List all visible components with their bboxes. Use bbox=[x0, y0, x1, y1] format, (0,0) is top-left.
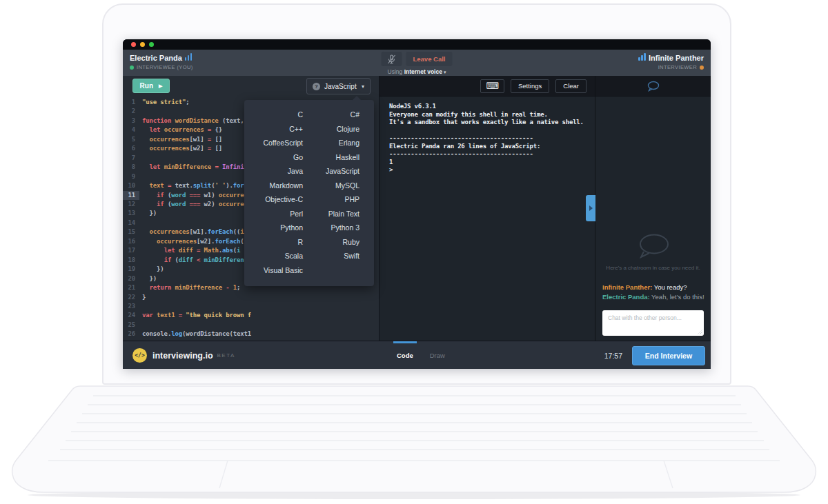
language-dropdown-row: JavaJavaScript bbox=[244, 164, 374, 179]
language-option[interactable]: C# bbox=[310, 108, 367, 122]
language-dropdown-row: PythonPython 3 bbox=[244, 221, 374, 235]
language-option[interactable]: Erlang bbox=[310, 136, 367, 150]
chat-message-text: Yeah, let's do this! bbox=[650, 293, 704, 301]
language-option[interactable]: Ruby bbox=[310, 235, 367, 250]
collapse-chat-handle[interactable] bbox=[586, 195, 595, 221]
language-option[interactable]: Visual Basic bbox=[244, 263, 310, 278]
run-button[interactable]: Run▶ bbox=[132, 79, 170, 93]
code-line[interactable]: occurrences[w1] = [] bbox=[142, 135, 251, 144]
chat-empty-state: Here's a chatroom in case you need it. bbox=[595, 233, 711, 271]
interviewer-role: INTERVIEWER bbox=[658, 64, 697, 70]
laptop-mockup: Electric Panda INTERVIEWEE (YOU) Leave C… bbox=[0, 0, 828, 504]
app-window: Electric Panda INTERVIEWEE (YOU) Leave C… bbox=[123, 39, 711, 369]
language-dropdown-row: MarkdownMySQL bbox=[244, 179, 374, 193]
settings-button[interactable]: Settings bbox=[511, 79, 549, 93]
tab-code[interactable]: Code bbox=[388, 341, 422, 370]
language-option[interactable]: Python 3 bbox=[310, 221, 367, 235]
chat-message-text: You ready? bbox=[652, 283, 687, 291]
mute-button[interactable] bbox=[382, 52, 402, 66]
code-line[interactable]: occurrences[w2].forEach((j bbox=[142, 237, 251, 246]
clear-button[interactable]: Clear bbox=[555, 79, 586, 93]
code-line[interactable]: let occurrences = {} bbox=[142, 125, 251, 134]
laptop-base bbox=[0, 383, 828, 504]
chat-input[interactable] bbox=[602, 310, 704, 336]
code-line[interactable]: occurrences[w1].forEach((i) bbox=[142, 228, 251, 236]
voice-selector[interactable]: Using Internet voice▾ bbox=[382, 68, 453, 75]
language-option[interactable]: Plain Text bbox=[310, 207, 367, 221]
language-dropdown-row: RRuby bbox=[244, 235, 374, 250]
line-number: 5 bbox=[123, 135, 139, 144]
code-line[interactable]: }) bbox=[142, 265, 251, 274]
interviewee-name: Electric Panda bbox=[130, 53, 195, 62]
language-option[interactable]: Java bbox=[244, 164, 310, 179]
code-line[interactable]: var text1 = "the quick brown f bbox=[142, 311, 251, 320]
language-option[interactable]: R bbox=[244, 235, 310, 250]
laptop-screen: Electric Panda INTERVIEWEE (YOU) Leave C… bbox=[102, 3, 731, 385]
leave-call-button[interactable]: Leave Call bbox=[406, 52, 453, 66]
line-number: 13 bbox=[123, 209, 139, 218]
console-output[interactable]: NodeJS v6.3.1Everyone can modify this sh… bbox=[379, 97, 595, 174]
code-line[interactable]: } bbox=[142, 293, 251, 302]
language-selector[interactable]: ? JavaScript ▾ bbox=[306, 78, 371, 94]
code-line[interactable]: }) bbox=[142, 274, 251, 283]
code-line[interactable] bbox=[142, 321, 251, 330]
code-line[interactable]: if (word === w1) occurrenc bbox=[142, 191, 251, 200]
language-option[interactable]: PHP bbox=[310, 192, 367, 207]
language-option[interactable]: CoffeeScript bbox=[244, 136, 310, 150]
beta-badge: BETA bbox=[217, 352, 235, 359]
dropdown-notch-icon bbox=[352, 96, 362, 101]
language-option[interactable]: Clojure bbox=[310, 122, 367, 137]
end-interview-button[interactable]: End Interview bbox=[632, 346, 705, 365]
line-number: 15 bbox=[123, 228, 139, 236]
language-option[interactable]: Python bbox=[244, 221, 310, 235]
line-number: 19 bbox=[123, 265, 139, 274]
language-option[interactable]: Perl bbox=[244, 207, 310, 221]
line-number: 20 bbox=[123, 274, 139, 283]
chevron-down-icon: ▾ bbox=[362, 83, 364, 90]
language-option[interactable]: C++ bbox=[244, 122, 310, 137]
online-status-dot bbox=[130, 65, 134, 70]
language-option[interactable]: Objective-C bbox=[244, 192, 310, 207]
gutter: 1234567891011121314151617181920212223242… bbox=[123, 98, 139, 341]
close-window-button[interactable] bbox=[131, 42, 136, 47]
language-option[interactable]: Scala bbox=[244, 249, 310, 263]
code-line[interactable]: let minDifference = Infinity bbox=[142, 163, 251, 172]
code-line[interactable]: "use strict"; bbox=[142, 98, 251, 107]
language-option[interactable]: JavaScript bbox=[310, 164, 367, 179]
language-option[interactable]: Go bbox=[244, 150, 310, 165]
code-line[interactable] bbox=[142, 107, 251, 116]
microphone-muted-icon bbox=[388, 54, 396, 64]
language-dropdown: CC#C++ClojureCoffeeScriptErlangGoHaskell… bbox=[244, 100, 374, 286]
code-line[interactable]: text = text.split(' ').forEa bbox=[142, 181, 251, 190]
language-dropdown-row: GoHaskell bbox=[244, 150, 374, 165]
code-line[interactable]: if (diff < minDifference bbox=[142, 256, 251, 265]
code-line[interactable]: if (word === w2) occurrenc bbox=[142, 200, 251, 209]
code-line[interactable]: function wordDistance (text, w bbox=[142, 117, 251, 125]
code-line[interactable] bbox=[142, 302, 251, 311]
code-line[interactable]: occurrences[w2] = [] bbox=[142, 144, 251, 153]
code-line[interactable] bbox=[142, 219, 251, 228]
code-line[interactable] bbox=[142, 172, 251, 181]
interviewing-io-logo: </> bbox=[132, 348, 147, 363]
language-option[interactable]: Haskell bbox=[310, 150, 367, 165]
minimize-window-button[interactable] bbox=[140, 42, 145, 47]
code-line[interactable]: return minDifference - 1; bbox=[142, 283, 251, 292]
code-line[interactable] bbox=[142, 154, 251, 163]
code-line[interactable]: let diff = Math.abs(i - bbox=[142, 246, 251, 255]
language-option[interactable]: C bbox=[244, 108, 310, 122]
chat-message: Infinite Panther: You ready? bbox=[602, 283, 708, 292]
language-dropdown-row: Visual Basic bbox=[244, 263, 374, 278]
language-dropdown-row: CoffeeScriptErlang bbox=[244, 136, 374, 150]
code-line[interactable]: }) bbox=[142, 209, 251, 218]
zoom-window-button[interactable] bbox=[149, 42, 154, 47]
console-line: ---------------------------------------- bbox=[389, 134, 595, 143]
line-number: 23 bbox=[123, 302, 139, 311]
language-option[interactable]: Markdown bbox=[244, 179, 310, 193]
language-option[interactable]: MySQL bbox=[310, 179, 367, 193]
code-line[interactable]: console.log(wordDistance(text1 bbox=[142, 330, 251, 339]
language-option[interactable]: Swift bbox=[310, 249, 367, 263]
line-number: 10 bbox=[123, 181, 139, 190]
tab-draw[interactable]: Draw bbox=[422, 341, 453, 370]
line-number: 1 bbox=[123, 98, 139, 107]
keyboard-shortcuts-button[interactable]: ⌨ bbox=[480, 79, 504, 93]
